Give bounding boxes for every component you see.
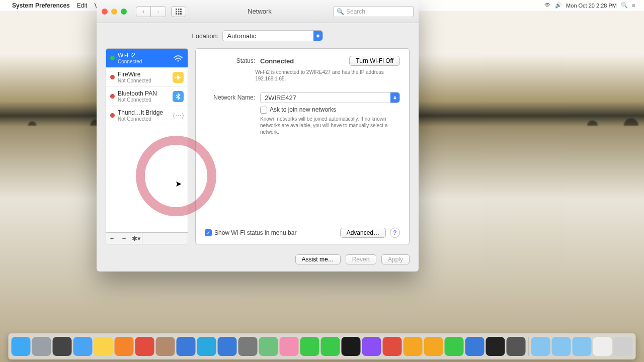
dock-app-maps[interactable]	[259, 337, 278, 356]
svg-rect-0	[176, 9, 177, 10]
dock-app-lightroom[interactable]	[342, 337, 361, 356]
dock-app-mail[interactable]	[73, 337, 93, 356]
network-name-select[interactable]: 2WIRE427	[260, 92, 400, 103]
dropdown-arrows-icon	[313, 31, 323, 41]
dock-app-messages[interactable]	[300, 337, 319, 356]
connection-wifi2[interactable]: Wi-Fi2 Connected	[106, 49, 188, 68]
notification-center-icon[interactable]: ≡	[632, 2, 639, 9]
dock-app-keynote[interactable]	[465, 337, 485, 356]
dock-app-folder[interactable]	[552, 337, 571, 356]
location-label: Location:	[192, 32, 219, 40]
search-field[interactable]: 🔍 Search	[333, 6, 414, 17]
close-window-button[interactable]	[102, 9, 108, 15]
connection-detail-panel: Status: Connected Turn Wi-Fi Off Wi-Fi2 …	[195, 48, 410, 244]
dock-app-folder[interactable]	[531, 337, 550, 356]
advanced-button[interactable]: Advanced…	[340, 228, 386, 238]
svg-rect-4	[178, 11, 180, 12]
dock-app-calendar[interactable]	[135, 337, 154, 356]
dropdown-arrows-icon	[390, 93, 399, 103]
dock-app-reminders[interactable]	[115, 337, 134, 356]
revert-button[interactable]: Revert	[346, 254, 376, 264]
dock-app-ibooks[interactable]	[404, 337, 423, 356]
status-value: Connected	[260, 57, 344, 65]
bluetooth-icon	[173, 91, 184, 102]
dock-app-safari[interactable]	[197, 337, 216, 356]
network-name-label: Network Name:	[205, 94, 255, 101]
search-icon: 🔍	[337, 8, 344, 15]
status-label: Status:	[205, 57, 255, 64]
status-dot-icon	[110, 56, 115, 60]
mouse-cursor-icon: ➤	[175, 179, 182, 189]
minimize-window-button[interactable]	[111, 9, 117, 15]
status-dot-icon	[110, 113, 115, 118]
wifi-icon	[173, 53, 184, 64]
forward-button[interactable]: ›	[151, 6, 166, 17]
zoom-window-button[interactable]	[121, 9, 127, 15]
dock-app-finder[interactable]	[12, 337, 31, 356]
search-placeholder: Search	[346, 8, 365, 15]
firewire-icon	[173, 72, 184, 83]
dock-app-numbers[interactable]	[445, 337, 464, 356]
connection-bluetooth[interactable]: Bluetooth PAN Not Connected	[106, 87, 188, 106]
dock-app-imovie[interactable]	[362, 337, 381, 356]
svg-rect-8	[180, 13, 182, 15]
status-description: Wi-Fi2 is connected to 2WIRE427 and has …	[255, 69, 400, 82]
menubar-clock[interactable]: Mon Oct 20 2:28 PM	[566, 3, 617, 9]
volume-icon[interactable]: 🔊	[555, 2, 562, 9]
back-button[interactable]: ‹	[136, 6, 151, 17]
dock-app-notes[interactable]	[94, 337, 113, 356]
dock-app-facetime[interactable]	[321, 337, 340, 356]
svg-rect-1	[178, 9, 180, 10]
add-connection-button[interactable]: +	[106, 233, 118, 244]
status-dot-icon	[110, 94, 115, 99]
dock-app-launchpad[interactable]	[32, 337, 51, 356]
dock-app-mission[interactable]	[53, 337, 72, 356]
connection-firewire[interactable]: FireWire Not Connected	[106, 68, 188, 87]
wifi-toggle-button[interactable]: Turn Wi-Fi Off	[349, 56, 400, 66]
dock-app-doc[interactable]	[593, 337, 612, 356]
dock-app-pages[interactable]	[424, 337, 443, 356]
wifi-status-icon[interactable]	[544, 2, 551, 9]
connections-sidebar: Wi-Fi2 Connected FireWire Not Connected	[106, 48, 188, 244]
search-spotlight-icon[interactable]: 🔍	[621, 2, 628, 9]
dock-app-appstore[interactable]	[218, 337, 237, 356]
svg-point-10	[177, 76, 180, 79]
remove-connection-button[interactable]: −	[118, 233, 130, 244]
menu-edit[interactable]: Edit	[77, 2, 88, 9]
svg-rect-3	[176, 11, 177, 12]
status-dot-icon	[110, 75, 115, 79]
show-all-button[interactable]	[171, 6, 186, 17]
dock-app-itunes[interactable]	[383, 337, 402, 356]
help-button[interactable]: ?	[390, 228, 400, 238]
location-select[interactable]: Automatic	[222, 30, 323, 41]
dock-app-trash[interactable]	[614, 337, 633, 356]
show-status-checkbox[interactable]: ✓Show Wi-Fi status in menu bar	[205, 229, 296, 237]
dock	[9, 333, 636, 359]
svg-rect-5	[180, 11, 182, 12]
svg-rect-6	[176, 13, 177, 15]
dock-app-contacts[interactable]	[156, 337, 175, 356]
window-title: Network	[191, 8, 328, 15]
connection-thunderbolt[interactable]: Thund…lt Bridge Not Connected ⟨⋯⟩	[106, 106, 188, 125]
svg-rect-7	[178, 13, 180, 15]
apply-button[interactable]: Apply	[381, 254, 410, 264]
dock-app-console[interactable]	[507, 337, 526, 356]
app-name[interactable]: System Preferences	[12, 2, 70, 9]
svg-rect-2	[180, 9, 182, 10]
dock-app-photos[interactable]	[280, 337, 299, 356]
connection-actions-button[interactable]: ✱▾	[130, 233, 142, 244]
network-preferences-window: ‹ › Network 🔍 Search Location: Automatic	[97, 0, 419, 272]
window-toolbar: ‹ › Network 🔍 Search	[97, 0, 419, 23]
ask-to-join-checkbox[interactable]: Ask to join new networks	[260, 106, 336, 113]
dock-app-folder[interactable]	[573, 337, 592, 356]
svg-point-9	[178, 60, 179, 61]
assist-me-button[interactable]: Assist me…	[295, 254, 341, 264]
dock-app-settings[interactable]	[238, 337, 258, 356]
thunderbolt-icon: ⟨⋯⟩	[173, 110, 184, 121]
dock-app-store[interactable]	[177, 337, 196, 356]
dock-app-onepass[interactable]	[486, 337, 505, 356]
ask-to-join-description: Known networks will be joined automatica…	[260, 116, 400, 135]
